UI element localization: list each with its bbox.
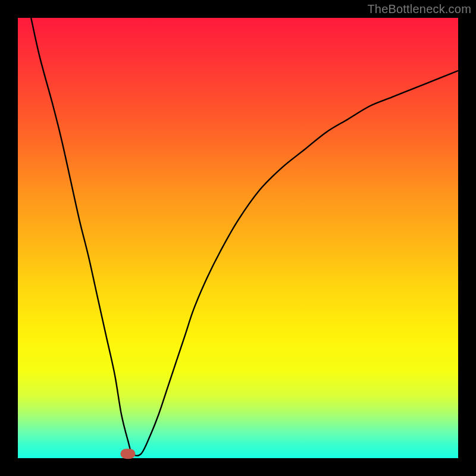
curve-path [31,18,458,456]
bottleneck-curve [18,18,458,458]
plot-area [18,18,458,458]
watermark-text: TheBottleneck.com [367,2,471,16]
chart-frame: TheBottleneck.com [0,0,476,476]
optimum-marker [120,449,135,459]
